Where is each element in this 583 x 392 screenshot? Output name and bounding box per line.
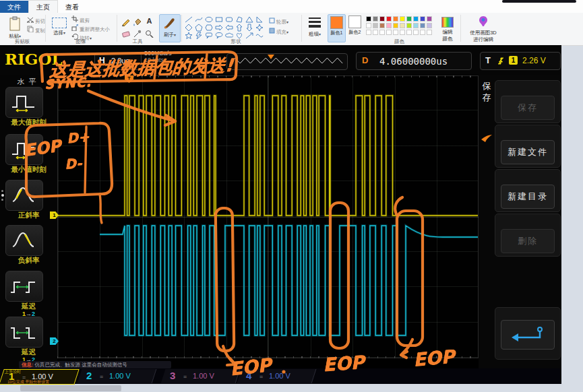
shape-icon[interactable] <box>235 15 243 24</box>
palette-color[interactable] <box>366 16 371 22</box>
palette-color[interactable] <box>373 16 378 22</box>
paint-canvas-scope-image[interactable]: RIGOL H 2.0us 500MSa/s 10 kpts D 4.06000… <box>0 45 561 384</box>
palette-color[interactable] <box>406 23 412 28</box>
color2-button[interactable]: 颜色2 <box>346 14 363 41</box>
color1-button[interactable]: 颜色1 <box>328 14 346 42</box>
shape-icon[interactable] <box>195 24 203 32</box>
shape-outline-button[interactable]: 轮廓▾ <box>269 18 288 25</box>
measure-item-maxtime[interactable] <box>5 87 43 118</box>
palette-color[interactable] <box>386 23 392 28</box>
shape-icon[interactable] <box>225 15 233 24</box>
resize-button[interactable]: 重新调整大小 <box>71 24 110 32</box>
resize-icon <box>71 24 78 31</box>
palette-color[interactable] <box>420 30 425 35</box>
shape-icon[interactable] <box>245 24 253 32</box>
handwritten-sync: SYNC. <box>44 74 92 92</box>
palette-color[interactable] <box>413 16 419 22</box>
cut-button[interactable]: 剪切 <box>27 17 45 24</box>
measure-item-posslope[interactable] <box>5 180 43 211</box>
channel-3-block[interactable]: 3=1.00 V <box>161 369 241 383</box>
shape-icon[interactable] <box>205 15 213 24</box>
shapes-grid <box>185 15 267 40</box>
brushes-button[interactable]: 刷子▾ <box>159 14 181 42</box>
copy-button[interactable]: 复制 <box>27 26 45 33</box>
paint-window: 文件主页查看 粘贴▾ 剪切 复制 剪贴板 选择▾ 裁剪 重新调整大小 旋转▾ 图… <box>0 0 583 392</box>
stroke-width-button[interactable]: 粗细▾ <box>305 14 325 42</box>
return-button[interactable] <box>501 320 555 350</box>
palette-color[interactable] <box>420 16 425 22</box>
palette-color[interactable] <box>379 30 385 35</box>
shape-icon[interactable] <box>235 24 243 32</box>
palette-color[interactable] <box>366 23 371 28</box>
shape-icon[interactable] <box>195 15 203 24</box>
clipboard-icon <box>9 16 21 31</box>
menu-button-3[interactable]: 新建目录 <box>501 185 555 209</box>
statusbar-fragment <box>20 385 121 391</box>
tab-file[interactable]: 文件 <box>0 1 28 13</box>
sidebar-page-dots[interactable] <box>1 188 4 203</box>
measure-item-delayfall[interactable] <box>5 317 43 348</box>
delay-readout[interactable]: D 4.06000000us <box>356 52 472 70</box>
crop-button[interactable]: 裁剪 <box>71 15 90 23</box>
menu-button-1[interactable]: 保存 <box>501 96 555 120</box>
waveform-preview[interactable] <box>226 53 348 70</box>
channel-1-block[interactable]: 1=1.00 V上升沿时10位完成 开始分析设置 <box>0 369 80 385</box>
palette-color[interactable] <box>427 30 432 35</box>
shape-fill-button[interactable]: 填充▾ <box>269 28 288 35</box>
channel-2-block[interactable]: 2=1.00 V <box>78 369 157 383</box>
palette-color[interactable] <box>393 23 398 28</box>
palette-color[interactable] <box>373 23 378 28</box>
edit-colors-button[interactable]: 编辑颜色 <box>437 14 458 42</box>
info-tooltip: 信息: 仿真已完成、触发源 这里会自动侦测信号 <box>19 361 171 368</box>
palette-color[interactable] <box>400 23 405 28</box>
menu-button-2[interactable]: 新建文件 <box>501 140 555 164</box>
menu-tab-save[interactable]: 保存 <box>481 80 492 103</box>
shape-icon[interactable] <box>255 24 264 32</box>
fill-tool[interactable] <box>132 16 144 27</box>
preview-zigzag <box>227 54 346 68</box>
menu-button-4[interactable]: 删除 <box>501 229 555 253</box>
palette-color[interactable] <box>400 30 405 35</box>
brush-icon <box>163 16 177 30</box>
palette-color[interactable] <box>427 16 432 22</box>
return-arrow-icon <box>508 325 548 344</box>
palette-color[interactable] <box>366 30 371 35</box>
palette-color[interactable] <box>413 23 419 28</box>
image-group-label: 图像 <box>47 38 115 45</box>
menu-page-arrow-icon <box>480 133 493 143</box>
eraser-tool[interactable] <box>121 28 132 38</box>
palette-color[interactable] <box>373 30 378 35</box>
tab-home[interactable]: 主页 <box>28 0 58 13</box>
palette-color[interactable] <box>400 16 405 22</box>
shape-icon[interactable] <box>185 32 193 40</box>
palette-color[interactable] <box>420 23 425 28</box>
shape-icon[interactable] <box>185 24 193 32</box>
palette-color[interactable] <box>393 30 398 35</box>
shape-icon[interactable] <box>215 24 223 32</box>
measure-item-delayrise[interactable] <box>5 271 43 302</box>
palette-color[interactable] <box>386 16 392 22</box>
palette-color[interactable] <box>393 16 398 22</box>
shape-icon[interactable] <box>245 15 253 24</box>
palette-color[interactable] <box>379 16 385 22</box>
pencil-tool[interactable] <box>121 16 132 27</box>
shape-icon[interactable] <box>185 15 193 24</box>
color-picker-tool[interactable] <box>132 28 144 38</box>
palette-color[interactable] <box>413 30 419 35</box>
shape-icon[interactable] <box>215 15 223 24</box>
paint3d-button[interactable]: 使用画图3D进行编辑 <box>465 14 501 42</box>
palette-color[interactable] <box>379 23 385 28</box>
palette-color[interactable] <box>386 30 392 35</box>
trigger-readout[interactable]: T 1 2.26 V <box>480 52 561 70</box>
magnifier-tool[interactable] <box>144 28 155 38</box>
text-tool[interactable]: A <box>144 16 155 27</box>
palette-color[interactable] <box>427 23 432 28</box>
palette-color[interactable] <box>406 30 412 35</box>
shape-icon[interactable] <box>205 24 213 32</box>
shape-icon[interactable] <box>255 15 264 24</box>
palette-color[interactable] <box>406 16 412 22</box>
measure-item-negslope[interactable] <box>5 225 43 256</box>
menu-slot: 新建目录 <box>495 169 561 212</box>
tab-view[interactable]: 查看 <box>58 1 86 13</box>
shape-icon[interactable] <box>225 24 233 32</box>
